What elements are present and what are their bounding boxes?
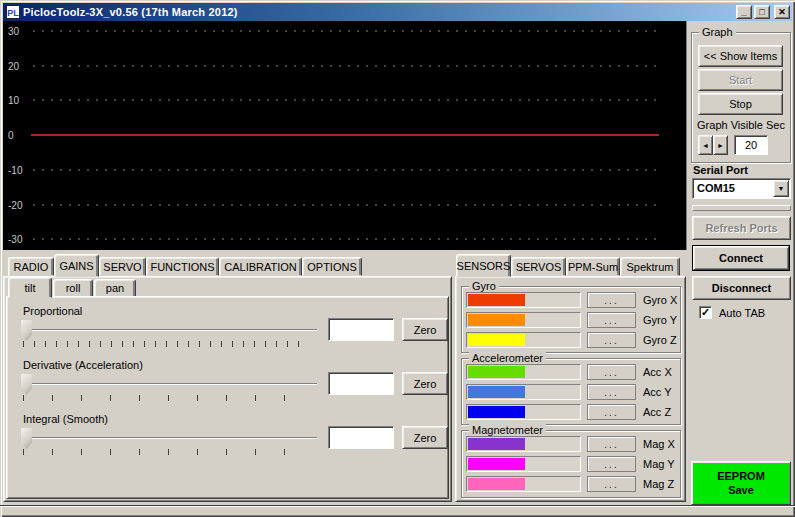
gyro-groupbox-label: Gyro	[469, 280, 499, 292]
y-axis-tick: 0	[8, 130, 14, 141]
chevron-down-icon[interactable]: ▼	[773, 180, 789, 197]
proportional-value-field[interactable]	[328, 318, 394, 341]
sensors-tab-panel: Gyro ... Gyro X ... Gyro Y ... Gyro Z Ac…	[455, 276, 686, 502]
proportional-label: Proportional	[23, 305, 82, 317]
com-port-combobox[interactable]: COM15 ▼	[692, 178, 791, 199]
gyro-x-options-button[interactable]: ...	[587, 292, 636, 308]
auto-tab-label: Auto TAB	[719, 307, 765, 319]
tab-servos[interactable]: SERVOS	[511, 257, 566, 276]
tab-radio[interactable]: RADIO	[8, 257, 54, 276]
window-bottom-edge	[0, 505, 795, 507]
mag-z-label: Mag Z	[643, 476, 687, 492]
magnetometer-groupbox: Magnetometer ... Mag X ... Mag Y ... Mag…	[461, 430, 681, 498]
gyro-y-bar	[466, 312, 581, 328]
acc-y-label: Acc Y	[643, 384, 687, 400]
sensor-row: ... Acc Z	[462, 404, 680, 420]
acc-z-bar	[466, 404, 581, 420]
tab-gains[interactable]: GAINS	[54, 254, 99, 277]
visible-sec-decrement-icon[interactable]: ◄	[698, 135, 713, 155]
gridline	[33, 99, 659, 101]
mag-y-bar-fill	[468, 458, 525, 470]
acc-y-options-button[interactable]: ...	[587, 384, 636, 400]
derivative-label: Derivative (Acceleration)	[23, 359, 143, 371]
graph-groupbox: Graph << Show Items Start Stop Graph Vis…	[691, 32, 791, 163]
y-axis-tick: 30	[8, 26, 19, 37]
derivative-value-field[interactable]	[328, 372, 394, 395]
tab-ppm-sum[interactable]: PPM-Sum	[566, 257, 620, 276]
eeprom-save-line2: Save	[728, 483, 754, 497]
acc-x-options-button[interactable]: ...	[587, 364, 636, 380]
sensor-row: ... Acc X	[462, 364, 680, 380]
tab-roll[interactable]: roll	[53, 279, 93, 297]
acc-z-label: Acc Z	[643, 404, 687, 420]
gyro-y-options-button[interactable]: ...	[587, 312, 636, 328]
visible-sec-increment-icon[interactable]: ►	[713, 135, 728, 155]
gyro-z-bar	[466, 332, 581, 348]
integral-tick-marks	[23, 449, 309, 455]
visible-sec-field[interactable]: 20	[734, 135, 768, 155]
gyro-x-bar	[466, 292, 581, 308]
proportional-tick-marks	[23, 341, 309, 347]
refresh-ports-button[interactable]: Refresh Ports	[692, 216, 791, 240]
graph-visible-sec-label: Graph Visible Sec	[692, 119, 790, 131]
accelerometer-groupbox: Accelerometer ... Acc X ... Acc Y ... Ac…	[461, 358, 681, 425]
derivative-slider-track[interactable]	[21, 383, 317, 385]
sensor-row: ... Mag Y	[462, 456, 680, 472]
mag-y-bar	[466, 456, 581, 472]
proportional-zero-button[interactable]: Zero	[402, 318, 448, 341]
show-items-button[interactable]: << Show Items	[698, 45, 783, 67]
sensor-row: ... Mag Z	[462, 476, 680, 492]
gyro-y-bar-fill	[468, 314, 525, 326]
app-icon: PL	[6, 5, 20, 19]
tab-sensors[interactable]: SENSORS	[456, 254, 511, 277]
close-icon[interactable]: ✕	[774, 5, 790, 19]
gyro-x-label: Gyro X	[643, 292, 687, 308]
proportional-slider-thumb[interactable]	[21, 320, 32, 341]
integral-zero-button[interactable]: Zero	[402, 426, 448, 449]
acc-z-options-button[interactable]: ...	[587, 404, 636, 420]
eeprom-save-button[interactable]: EEPROM Save	[691, 461, 791, 505]
derivative-slider-thumb[interactable]	[21, 374, 32, 395]
integral-value-field[interactable]	[328, 426, 394, 449]
mag-z-options-button[interactable]: ...	[587, 476, 636, 492]
gyro-y-label: Gyro Y	[643, 312, 687, 328]
integral-label: Integral (Smooth)	[23, 413, 108, 425]
stop-button[interactable]: Stop	[698, 93, 783, 115]
tab-calibration[interactable]: CALIBRATION	[219, 257, 302, 276]
tab-functions[interactable]: FUNCTIONS	[146, 257, 219, 276]
disconnect-button[interactable]: Disconnect	[692, 276, 791, 300]
gyro-x-bar-fill	[468, 294, 525, 306]
tab-tilt[interactable]: tilt	[8, 277, 52, 298]
proportional-slider-track[interactable]	[21, 329, 317, 331]
mag-y-options-button[interactable]: ...	[587, 456, 636, 472]
minimize-icon[interactable]: _	[736, 5, 752, 19]
gridline	[33, 30, 659, 32]
accelerometer-groupbox-label: Accelerometer	[469, 352, 546, 364]
y-axis-tick: -20	[8, 200, 22, 211]
gyro-z-label: Gyro Z	[643, 332, 687, 348]
acc-x-bar-fill	[468, 366, 525, 378]
sensor-row: ... Gyro Z	[462, 332, 680, 348]
title-bar[interactable]: PL PiclocToolz-3X_v0.56 (17th March 2012…	[3, 3, 792, 21]
tab-servo[interactable]: SERVO	[99, 257, 146, 276]
integral-slider-track[interactable]	[21, 437, 317, 439]
mag-x-options-button[interactable]: ...	[587, 436, 636, 452]
mag-z-bar-fill	[468, 478, 525, 490]
derivative-zero-button[interactable]: Zero	[402, 372, 448, 395]
maximize-icon[interactable]: □	[754, 5, 770, 19]
auto-tab-checkbox[interactable]: ✓	[699, 306, 712, 319]
eeprom-save-line1: EEPROM	[717, 469, 765, 483]
tab-options[interactable]: OPTIONS	[302, 257, 362, 276]
tilt-tab-panel: Proportional Zero Derivative (Accelerati…	[6, 296, 449, 499]
tab-spektrum[interactable]: Spektrum	[620, 257, 680, 276]
magnetometer-groupbox-label: Magnetometer	[469, 424, 546, 436]
start-button[interactable]: Start	[698, 69, 783, 91]
gyro-z-options-button[interactable]: ...	[587, 332, 636, 348]
connect-button[interactable]: Connect	[693, 246, 789, 270]
derivative-tick-marks	[23, 395, 309, 401]
gridline	[33, 204, 659, 206]
tab-pan[interactable]: pan	[94, 279, 136, 297]
mag-x-bar-fill	[468, 438, 525, 450]
integral-slider-thumb[interactable]	[21, 428, 32, 449]
gridline	[33, 169, 659, 171]
